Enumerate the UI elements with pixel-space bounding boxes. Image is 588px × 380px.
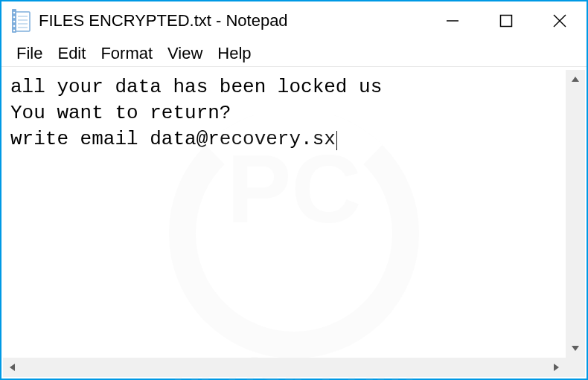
maximize-button[interactable] — [479, 1, 533, 40]
svg-marker-17 — [572, 77, 579, 82]
scroll-right-button[interactable] — [546, 358, 566, 377]
close-button[interactable] — [533, 1, 587, 40]
svg-point-4 — [13, 21, 16, 23]
horizontal-scrollbar[interactable] — [3, 358, 566, 377]
menu-view[interactable]: View — [160, 41, 210, 66]
svg-rect-0 — [15, 12, 30, 31]
menu-file[interactable]: File — [9, 41, 50, 66]
svg-point-6 — [13, 30, 16, 32]
menu-format[interactable]: Format — [93, 41, 160, 66]
svg-point-2 — [13, 12, 16, 14]
menu-help[interactable]: Help — [210, 41, 258, 66]
svg-marker-19 — [10, 364, 15, 371]
minimize-button[interactable] — [426, 1, 479, 40]
scroll-corner — [566, 358, 585, 377]
notepad-window: FILES ENCRYPTED.txt - Notepad File Edit … — [0, 0, 588, 380]
menu-edit[interactable]: Edit — [50, 41, 93, 66]
editor-content: all your data has been locked us You wan… — [10, 76, 382, 150]
window-title: FILES ENCRYPTED.txt - Notepad — [39, 11, 426, 30]
scroll-left-button[interactable] — [3, 358, 22, 377]
svg-line-13 — [554, 15, 566, 27]
text-editor[interactable]: all your data has been locked us You wan… — [3, 70, 566, 358]
menubar: File Edit Format View Help — [1, 40, 587, 67]
scroll-down-button[interactable] — [566, 338, 585, 358]
titlebar[interactable]: FILES ENCRYPTED.txt - Notepad — [1, 1, 587, 40]
editor-area: PC pcrisk.com all your data has been loc… — [3, 70, 585, 377]
svg-rect-12 — [501, 16, 512, 27]
scroll-up-button[interactable] — [566, 70, 585, 89]
svg-line-14 — [554, 15, 566, 27]
svg-marker-18 — [572, 346, 579, 351]
svg-point-3 — [13, 16, 16, 19]
svg-marker-20 — [554, 364, 559, 371]
window-controls — [426, 1, 587, 40]
notepad-icon — [10, 9, 31, 33]
vertical-scrollbar[interactable] — [566, 70, 585, 358]
svg-point-5 — [13, 25, 16, 28]
text-caret — [336, 131, 337, 150]
